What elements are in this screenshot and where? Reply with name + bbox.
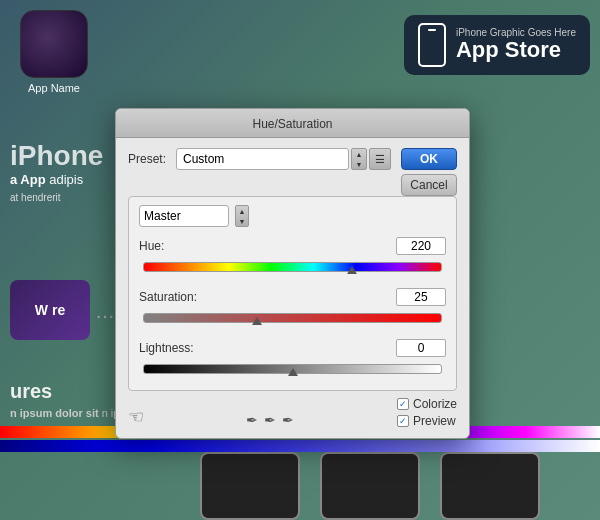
lightness-track-wrap[interactable] — [139, 360, 446, 378]
colorize-checkbox[interactable] — [397, 398, 409, 410]
channel-area: Master ▲ ▼ Hue: — [128, 196, 457, 391]
preset-list-button[interactable]: ☰ — [369, 148, 391, 170]
hue-thumb[interactable] — [347, 266, 357, 274]
phone-icon — [418, 23, 446, 67]
bg-word: ures — [10, 380, 52, 403]
stepper-up-arrow: ▲ — [356, 151, 363, 158]
lightness-value-input[interactable] — [396, 339, 446, 357]
banner-large-text: App Store — [456, 38, 576, 62]
bg-button: W re — [10, 280, 90, 340]
lightness-label: Lightness: — [139, 341, 219, 355]
channel-row: Master ▲ ▼ — [139, 205, 446, 227]
bg-phone-2 — [320, 452, 420, 520]
dialog-title: Hue/Saturation — [252, 117, 332, 131]
color-bar-blue — [0, 440, 600, 452]
channel-stepper-down: ▼ — [239, 218, 246, 225]
hand-icon[interactable]: ☜ — [128, 406, 144, 428]
preset-label: Preset: — [128, 152, 170, 166]
dialog-body: Preset: ▲ ▼ ☰ OK Cancel — [116, 138, 469, 438]
eyedropper-button-1[interactable]: ✒ — [246, 412, 258, 428]
channel-stepper[interactable]: ▲ ▼ — [235, 205, 249, 227]
bg-button-text: W re — [35, 302, 65, 318]
body-text: at hendrerit — [10, 191, 110, 205]
saturation-label-row: Saturation: — [139, 288, 446, 306]
bg-content: iPhone a App adipis at hendrerit — [0, 130, 120, 215]
bg-phone-3 — [440, 452, 540, 520]
checkboxes-area: Colorize Preview — [397, 397, 457, 428]
app-icon — [20, 10, 88, 78]
app-store-banner: iPhone Graphic Goes Here App Store — [404, 15, 590, 75]
preview-label: Preview — [413, 414, 456, 428]
app-name-label: App Name — [28, 82, 80, 94]
bg-phones — [200, 452, 540, 520]
hue-slider-row: Hue: — [139, 237, 446, 276]
ok-button[interactable]: OK — [401, 148, 457, 170]
lightness-slider-row: Lightness: — [139, 339, 446, 378]
app-bold-text: a App adipis — [10, 172, 110, 187]
saturation-track — [143, 313, 442, 323]
stepper-down-arrow: ▼ — [356, 161, 363, 168]
saturation-thumb[interactable] — [252, 317, 262, 325]
preset-stepper[interactable]: ▲ ▼ — [351, 148, 367, 170]
hue-saturation-dialog: Hue/Saturation Preset: ▲ ▼ ☰ — [115, 108, 470, 439]
saturation-slider-row: Saturation: — [139, 288, 446, 327]
hue-track — [143, 262, 442, 272]
hue-label-row: Hue: — [139, 237, 446, 255]
hue-label: Hue: — [139, 239, 219, 253]
options-row: ☜ ✒ ✒ ✒ Colorize Preview — [128, 397, 457, 428]
preview-checkbox[interactable] — [397, 415, 409, 427]
cancel-button[interactable]: Cancel — [401, 174, 457, 196]
saturation-label: Saturation: — [139, 290, 219, 304]
lightness-thumb[interactable] — [288, 368, 298, 376]
preset-select-wrapper: ▲ ▼ ☰ — [176, 148, 391, 170]
saturation-track-wrap[interactable] — [139, 309, 446, 327]
eyedropper-button-2[interactable]: ✒ — [264, 412, 276, 428]
eyedropper-group: ✒ ✒ ✒ — [246, 412, 294, 428]
lightness-track — [143, 364, 442, 374]
button-column: OK Cancel — [401, 148, 457, 196]
iphone-text: iPhone — [10, 140, 110, 172]
lightness-label-row: Lightness: — [139, 339, 446, 357]
preset-row: Preset: ▲ ▼ ☰ — [128, 148, 391, 170]
hue-track-wrap[interactable] — [139, 258, 446, 276]
eyedropper-button-3[interactable]: ✒ — [282, 412, 294, 428]
dialog-titlebar: Hue/Saturation — [116, 109, 469, 138]
preset-select[interactable] — [176, 148, 349, 170]
app-icon-area: App Name — [20, 10, 88, 94]
colorize-checkbox-item[interactable]: Colorize — [397, 397, 457, 411]
hue-value-input[interactable] — [396, 237, 446, 255]
preview-checkbox-item[interactable]: Preview — [397, 414, 456, 428]
channel-stepper-up: ▲ — [239, 208, 246, 215]
channel-select[interactable]: Master — [139, 205, 229, 227]
colorize-label: Colorize — [413, 397, 457, 411]
bg-phone-1 — [200, 452, 300, 520]
saturation-value-input[interactable] — [396, 288, 446, 306]
